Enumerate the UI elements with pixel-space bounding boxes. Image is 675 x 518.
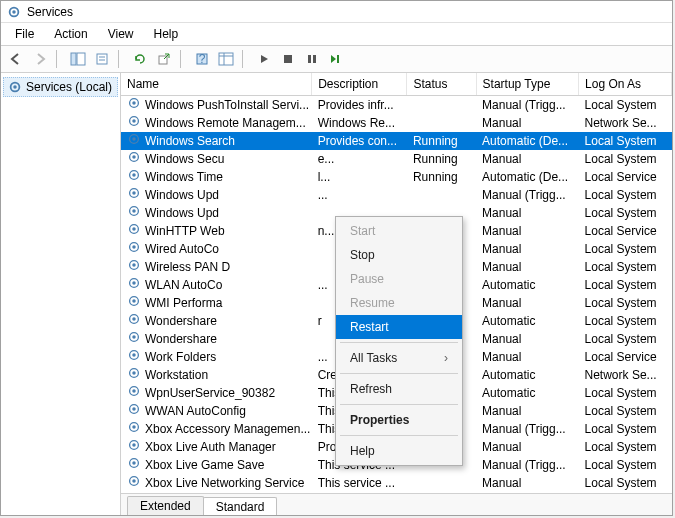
gear-icon	[127, 186, 141, 204]
gear-icon	[127, 294, 141, 312]
gear-icon	[127, 312, 141, 330]
start-service-button[interactable]	[253, 48, 275, 70]
service-row[interactable]: Windows SearchProvides con...RunningAuto…	[121, 132, 672, 150]
cell-name: Windows Time	[145, 169, 223, 185]
svg-point-20	[132, 101, 136, 105]
cell-name: Windows Upd	[145, 187, 219, 203]
cell-name: Windows Search	[145, 133, 235, 149]
svg-point-58	[132, 443, 136, 447]
cell-name: Windows Secu	[145, 151, 224, 167]
tab-standard[interactable]: Standard	[203, 497, 278, 515]
cell-name: WMI Performa	[145, 295, 222, 311]
cell-description: e...	[312, 150, 407, 168]
svg-point-28	[132, 173, 136, 177]
cell-logon: Local System	[579, 474, 672, 492]
refresh-button[interactable]	[129, 48, 151, 70]
menu-view[interactable]: View	[98, 25, 144, 43]
ctx-pause: Pause	[336, 267, 462, 291]
ctx-properties[interactable]: Properties	[336, 408, 462, 432]
svg-rect-10	[219, 53, 233, 65]
tree-root-services-local[interactable]: Services (Local)	[3, 77, 118, 97]
cell-description: This service ...	[312, 474, 407, 492]
tab-extended[interactable]: Extended	[127, 496, 204, 515]
service-row[interactable]: Windows Upd...Manual (Trigg...Local Syst…	[121, 186, 672, 204]
detail-view-button[interactable]	[215, 48, 237, 70]
gear-icon	[127, 402, 141, 420]
pause-service-button[interactable]	[301, 48, 323, 70]
gear-icon	[127, 366, 141, 384]
gear-icon	[127, 474, 141, 492]
service-row[interactable]: Windows Timel...RunningAutomatic (De...L…	[121, 168, 672, 186]
cell-name: Wireless PAN D	[145, 259, 230, 275]
svg-point-40	[132, 281, 136, 285]
gear-icon	[127, 150, 141, 168]
cell-name: Windows PushToInstall Servi...	[145, 97, 309, 113]
back-button[interactable]	[5, 48, 27, 70]
ctx-help[interactable]: Help	[336, 439, 462, 463]
cell-startup: Automatic	[476, 312, 578, 330]
svg-rect-14	[308, 55, 311, 63]
svg-point-56	[132, 425, 136, 429]
separator	[56, 50, 62, 68]
properties-button[interactable]	[91, 48, 113, 70]
gear-icon	[127, 348, 141, 366]
service-row[interactable]: Windows Secue...RunningManualLocal Syste…	[121, 150, 672, 168]
cell-logon: Local System	[579, 258, 672, 276]
svg-point-22	[132, 119, 136, 123]
gear-icon	[127, 222, 141, 240]
gear-icon	[127, 114, 141, 132]
cell-description: ...	[312, 186, 407, 204]
cell-startup: Manual	[476, 222, 578, 240]
svg-rect-2	[71, 53, 76, 65]
cell-startup: Manual	[476, 402, 578, 420]
svg-point-18	[13, 85, 17, 89]
svg-rect-15	[313, 55, 316, 63]
col-name[interactable]: Name	[121, 73, 312, 96]
ctx-refresh[interactable]: Refresh	[336, 377, 462, 401]
cell-status	[407, 474, 476, 492]
help-button[interactable]: ?	[191, 48, 213, 70]
gear-icon	[127, 384, 141, 402]
ctx-restart[interactable]: Restart	[336, 315, 462, 339]
gear-icon	[127, 168, 141, 186]
forward-button[interactable]	[29, 48, 51, 70]
cell-startup: Manual	[476, 330, 578, 348]
ctx-resume: Resume	[336, 291, 462, 315]
ctx-all-tasks[interactable]: All Tasks	[336, 346, 462, 370]
menu-help[interactable]: Help	[144, 25, 189, 43]
show-hide-tree-button[interactable]	[67, 48, 89, 70]
col-startup[interactable]: Startup Type	[476, 73, 578, 96]
cell-logon: Local System	[579, 294, 672, 312]
col-description[interactable]: Description	[312, 73, 407, 96]
gear-icon	[127, 132, 141, 150]
title-bar[interactable]: Services	[1, 1, 672, 23]
cell-startup: Automatic (De...	[476, 132, 578, 150]
ctx-stop[interactable]: Stop	[336, 243, 462, 267]
service-row[interactable]: Windows Remote Managem...Windows Re...Ma…	[121, 114, 672, 132]
stop-service-button[interactable]	[277, 48, 299, 70]
col-logon[interactable]: Log On As	[579, 73, 672, 96]
cell-logon: Local System	[579, 132, 672, 150]
view-tabs: Extended Standard	[121, 493, 672, 515]
cell-name: Windows Remote Managem...	[145, 115, 306, 131]
cell-name: Xbox Live Game Save	[145, 457, 264, 473]
cell-startup: Automatic	[476, 384, 578, 402]
menu-action[interactable]: Action	[44, 25, 97, 43]
menu-file[interactable]: File	[5, 25, 44, 43]
export-button[interactable]	[153, 48, 175, 70]
cell-name: WpnUserService_90382	[145, 385, 275, 401]
cell-startup: Manual	[476, 114, 578, 132]
menu-bar: File Action View Help	[1, 23, 672, 45]
cell-logon: Local System	[579, 330, 672, 348]
separator	[118, 50, 124, 68]
service-row[interactable]: Xbox Live Networking ServiceThis service…	[121, 474, 672, 492]
svg-rect-13	[284, 55, 292, 63]
services-icon	[7, 5, 21, 19]
cell-startup: Manual	[476, 258, 578, 276]
cell-name: Windows Upd	[145, 205, 219, 221]
svg-point-42	[132, 299, 136, 303]
service-row[interactable]: Windows PushToInstall Servi...Provides i…	[121, 96, 672, 115]
cell-name: WinHTTP Web	[145, 223, 225, 239]
restart-service-button[interactable]	[325, 48, 347, 70]
col-status[interactable]: Status	[407, 73, 476, 96]
